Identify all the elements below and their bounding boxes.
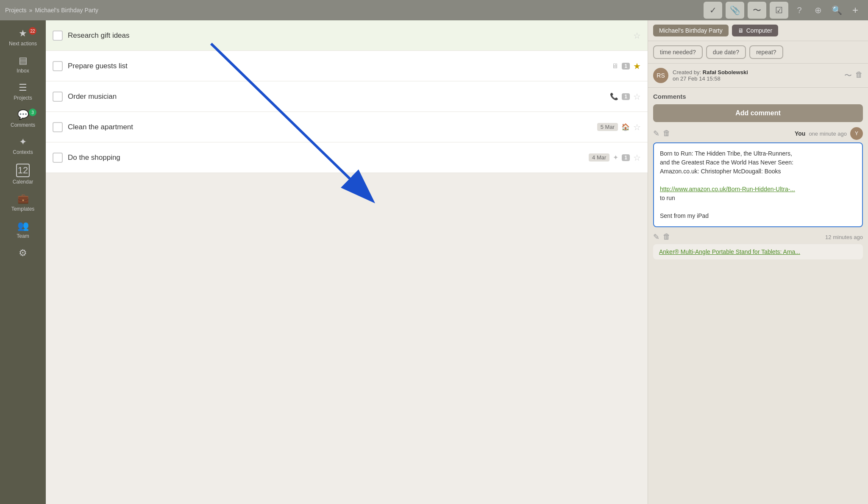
context-label: Computer	[746, 27, 772, 34]
comment-count: 1	[622, 93, 630, 100]
creator-actions: 〜 🗑	[844, 70, 863, 81]
breadcrumb-projects[interactable]: Projects	[5, 7, 27, 14]
task-star[interactable]: ★	[633, 61, 641, 71]
lifebuoy-button[interactable]: ⊕	[810, 3, 826, 18]
contexts-icon: ✦	[19, 136, 27, 148]
comment-user: You	[795, 130, 805, 137]
task-item[interactable]: Research gift ideas ☆	[46, 20, 648, 51]
delete-comment-icon[interactable]: 🗑	[663, 129, 670, 138]
time-needed-button[interactable]: time needed?	[653, 45, 703, 59]
sidebar-item-inbox[interactable]: ▤ Inbox	[0, 51, 46, 78]
next-actions-badge: 22	[29, 27, 36, 35]
comment-header: ✎ 🗑 12 minutes ago	[653, 232, 863, 242]
task-checkbox[interactable]	[53, 153, 63, 163]
comment-count: 1	[622, 63, 630, 70]
creator-row: RS Created by: Rafał Sobolewski on 27 Fe…	[648, 64, 868, 88]
comment-time: 12 minutes ago	[825, 234, 863, 240]
comment-count: 1	[622, 154, 630, 161]
activity-icon[interactable]: 〜	[844, 70, 852, 81]
task-item[interactable]: Order musician 📞 1 ☆	[46, 81, 648, 112]
sidebar-item-contexts[interactable]: ✦ Contexts	[0, 132, 46, 159]
sidebar-item-calendar[interactable]: 12 Calendar	[0, 159, 46, 189]
comment-meta-right: 12 minutes ago	[825, 234, 863, 240]
templates-icon: 💼	[17, 193, 29, 204]
creator-name: Rafał Sobolewski	[703, 69, 748, 75]
main-layout: ★ 22 Next actions ▤ Inbox ☰ Projects 💬 3…	[0, 20, 868, 504]
task-meta: 📞 1 ☆	[610, 92, 641, 102]
sidebar-item-next-actions[interactable]: ★ 22 Next actions	[0, 24, 46, 51]
task-star[interactable]: ☆	[633, 122, 641, 132]
task-checkbox[interactable]	[53, 122, 63, 132]
comment-link[interactable]: http://www.amazon.co.uk/Born-Run-Hidden-…	[660, 186, 795, 192]
sidebar-item-label: Projects	[14, 95, 32, 101]
comment-body: Born to Run: The Hidden Tribe, the Ultra…	[653, 142, 863, 227]
sidebar-item-team[interactable]: 👥 Team	[0, 216, 46, 243]
task-star[interactable]: ☆	[633, 92, 641, 102]
right-panel: Michael's Birthday Party 🖥 Computer time…	[648, 20, 868, 504]
task-item[interactable]: Prepare guests list 🖥 1 ★	[46, 51, 648, 81]
team-icon: 👥	[17, 220, 29, 231]
task-checkbox[interactable]	[53, 61, 63, 71]
empty-area	[46, 173, 648, 504]
edit-comment-icon[interactable]: ✎	[653, 232, 659, 242]
comment-text: Born to Run: The Hidden Tribe, the Ultra…	[660, 149, 856, 176]
creator-info: Created by: Rafał Sobolewski on 27 Feb 1…	[673, 69, 840, 82]
settings-icon: ⚙	[19, 248, 27, 259]
comment-meta-right: You one minute ago Y	[795, 127, 863, 140]
context-icon: ✦	[613, 153, 618, 162]
add-comment-button[interactable]: Add comment	[653, 104, 863, 122]
breadcrumb-project[interactable]: Michael's Birthday Party	[35, 7, 98, 14]
task-item[interactable]: Clean the apartment 5 Mar 🏠 ☆	[46, 112, 648, 142]
task-title: Order musician	[68, 92, 605, 101]
delete-task-icon[interactable]: 🗑	[855, 70, 863, 81]
breadcrumb-separator: »	[29, 7, 33, 14]
repeat-button[interactable]: repeat?	[749, 45, 783, 59]
attachment-button[interactable]: 📎	[726, 2, 744, 19]
due-date-button[interactable]: due date?	[706, 45, 746, 59]
toolbar: Projects » Michael's Birthday Party ✓ 📎 …	[0, 0, 868, 20]
sidebar-item-templates[interactable]: 💼 Templates	[0, 189, 46, 216]
sidebar-item-comments[interactable]: 💬 3 Comments	[0, 105, 46, 132]
check-button[interactable]: ✓	[704, 2, 722, 19]
task-date: 5 Mar	[597, 123, 618, 131]
comments-section: Comments Add comment ✎ 🗑 You one minute …	[648, 88, 868, 270]
phone-icon: 📞	[610, 92, 618, 100]
sidebar-item-label: Comments	[11, 122, 35, 128]
star-icon: ★	[19, 28, 27, 39]
monitor-icon: 🖥	[738, 27, 744, 34]
activity-button[interactable]: 〜	[748, 2, 766, 19]
checklist-button[interactable]: ☑	[770, 2, 788, 19]
project-tag[interactable]: Michael's Birthday Party	[653, 25, 729, 36]
meta-buttons: time needed? due date? repeat?	[648, 41, 868, 64]
avatar-initials: RS	[657, 72, 665, 79]
sidebar-item-label: Inbox	[17, 68, 29, 74]
task-checkbox[interactable]	[53, 92, 63, 102]
creator-date: on 27 Feb 14 15:58	[673, 75, 721, 82]
comment-footer: Sent from my iPad	[660, 212, 709, 219]
task-item[interactable]: Do the shopping 4 Mar ✦ 1 ☆	[46, 142, 648, 173]
comment-header: ✎ 🗑 You one minute ago Y	[653, 127, 863, 140]
home-icon: 🏠	[621, 123, 630, 131]
task-star[interactable]: ☆	[633, 31, 641, 41]
task-title: Clean the apartment	[68, 123, 592, 131]
task-star[interactable]: ☆	[633, 153, 641, 163]
comment-body-plain: Anker® Multi-Angle Portable Stand for Ta…	[653, 244, 863, 259]
help-button[interactable]: ?	[792, 3, 807, 18]
sidebar-item-projects[interactable]: ☰ Projects	[0, 78, 46, 105]
created-by-label: Created by:	[673, 69, 703, 75]
comment-block: ✎ 🗑 12 minutes ago Anker® Multi-Angle Po…	[653, 232, 863, 259]
delete-comment-icon[interactable]: 🗑	[663, 232, 670, 242]
task-checkbox[interactable]	[53, 31, 63, 41]
inbox-icon: ▤	[19, 55, 28, 66]
sidebar-item-label: Templates	[11, 206, 35, 212]
add-button[interactable]: +	[848, 3, 863, 18]
task-meta: 5 Mar 🏠 ☆	[597, 122, 641, 132]
comments-badge: 3	[29, 109, 36, 116]
edit-comment-icon[interactable]: ✎	[653, 129, 659, 138]
comment-link-2[interactable]: Anker® Multi-Angle Portable Stand for Ta…	[659, 248, 800, 255]
search-button[interactable]: 🔍	[829, 3, 844, 18]
context-tag[interactable]: 🖥 Computer	[732, 25, 778, 36]
comment-extra: to run	[660, 195, 675, 201]
task-meta: 🖥 1 ★	[612, 61, 641, 71]
sidebar-item-settings[interactable]: ⚙	[0, 243, 46, 263]
